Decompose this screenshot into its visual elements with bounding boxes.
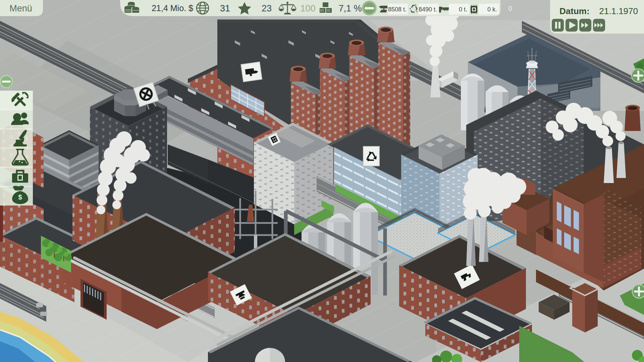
svg-text:21.1.1970: 21.1.1970 <box>599 6 638 16</box>
svg-text:Menü: Menü <box>9 3 32 13</box>
svg-text:23: 23 <box>262 3 272 13</box>
svg-text:0 t.: 0 t. <box>459 6 467 13</box>
svg-text:8508 t.: 8508 t. <box>388 6 407 13</box>
svg-text:0 k.: 0 k. <box>487 6 497 13</box>
svg-text:31: 31 <box>220 3 230 13</box>
svg-text:7,1 %: 7,1 % <box>338 3 362 13</box>
svg-text:$: $ <box>18 193 22 201</box>
svg-text:Datum:: Datum: <box>559 6 590 16</box>
svg-text:8490 t.: 8490 t. <box>419 6 437 13</box>
svg-text:100: 100 <box>300 3 315 13</box>
svg-text:0: 0 <box>508 5 512 12</box>
svg-text:21,4 Mio. $: 21,4 Mio. $ <box>152 3 193 13</box>
